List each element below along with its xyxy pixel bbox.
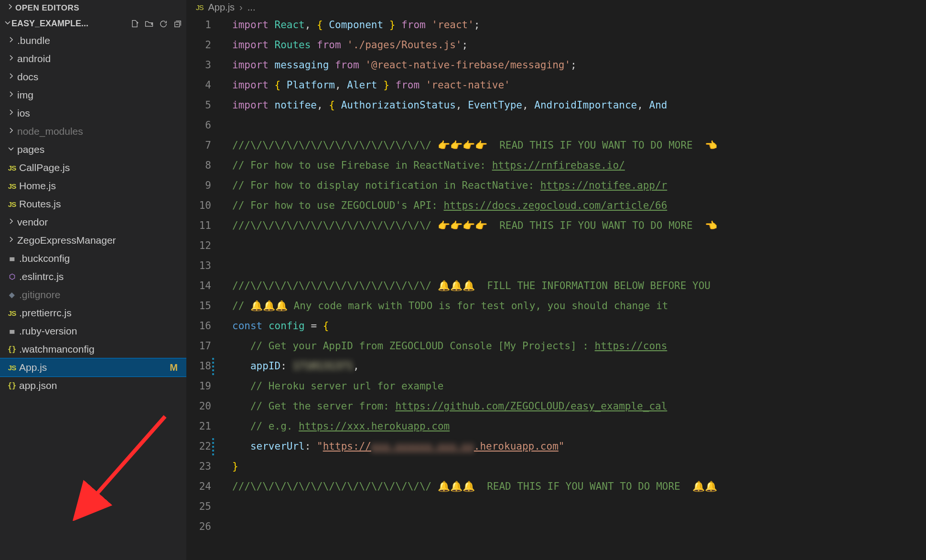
js-file-icon: JS <box>196 3 204 11</box>
line-number: 22 <box>186 436 211 456</box>
tree-item-label: img <box>17 89 33 101</box>
chevron-right-icon <box>5 217 17 227</box>
file-tree[interactable]: .bundleandroiddocsimgiosnode_modulespage… <box>0 32 186 560</box>
tree-item-label: .buckconfig <box>19 253 70 264</box>
line-number: 11 <box>186 215 211 236</box>
line-number: 23 <box>186 456 211 476</box>
line-number: 4 <box>186 75 211 95</box>
js-file-icon: JS <box>5 182 19 190</box>
tree-item-label: pages <box>17 144 44 155</box>
file-app.json[interactable]: {}app.json <box>0 377 186 395</box>
line-number: 8 <box>186 155 211 175</box>
tree-item-label: ios <box>17 108 30 119</box>
folder-android[interactable]: android <box>0 50 186 68</box>
json-file-icon: {} <box>5 345 19 354</box>
line-number: 16 <box>186 316 211 336</box>
line-number: 19 <box>186 376 211 396</box>
file-.buckconfig[interactable]: ≣.buckconfig <box>0 249 186 268</box>
js-file-icon: JS <box>5 309 19 317</box>
folder-docs[interactable]: docs <box>0 68 186 86</box>
line-number: 25 <box>186 496 211 517</box>
chevron-right-icon: › <box>239 2 243 13</box>
code-area[interactable]: 1234567891011121314151617181920212223242… <box>186 15 926 560</box>
sidebar: OPEN EDITORS EASY_EXAMPLE... .bundleandr… <box>0 0 186 560</box>
file-.prettierrc.js[interactable]: JS.prettierrc.js <box>0 304 186 322</box>
js-file-icon: JS <box>5 164 19 172</box>
line-number: 20 <box>186 396 211 416</box>
chevron-down-icon <box>4 19 11 29</box>
tree-item-label: Home.js <box>19 180 56 192</box>
refresh-icon[interactable] <box>159 19 168 29</box>
tree-item-label: .watchmanconfig <box>19 344 95 355</box>
line-number: 26 <box>186 517 211 537</box>
folder-img[interactable]: img <box>0 86 186 104</box>
open-editors-label: OPEN EDITORS <box>15 3 79 13</box>
folder-.bundle[interactable]: .bundle <box>0 32 186 50</box>
folder-zegoexpressmanager[interactable]: ZegoExpressManager <box>0 231 186 249</box>
eslint-config-icon: ⬡ <box>5 272 19 281</box>
tree-item-label: app.json <box>19 380 57 391</box>
file-home.js[interactable]: JSHome.js <box>0 177 186 195</box>
json-file-icon: {} <box>5 381 19 390</box>
tree-item-label: android <box>17 53 51 65</box>
chevron-right-icon <box>5 108 17 118</box>
folder-node_modules[interactable]: node_modules <box>0 122 186 140</box>
project-header[interactable]: EASY_EXAMPLE... <box>0 16 186 32</box>
chevron-right-icon <box>5 3 15 13</box>
collapse-all-icon[interactable] <box>173 19 183 29</box>
editor-pane: JS App.js › ... 123456789101112131415161… <box>186 0 926 560</box>
line-number: 18 <box>186 356 211 376</box>
folder-pages[interactable]: pages <box>0 140 186 159</box>
line-number: 6 <box>186 115 211 135</box>
new-folder-icon[interactable] <box>144 19 154 29</box>
file-.watchmanconfig[interactable]: {}.watchmanconfig <box>0 340 186 358</box>
breadcrumb[interactable]: JS App.js › ... <box>186 0 926 15</box>
file-callpage.js[interactable]: JSCallPage.js <box>0 159 186 177</box>
file-.eslintrc.js[interactable]: ⬡.eslintrc.js <box>0 268 186 286</box>
file-app.js[interactable]: JSApp.jsM <box>0 358 186 377</box>
line-number: 12 <box>186 236 211 256</box>
breadcrumb-file: App.js <box>208 2 235 13</box>
line-number: 2 <box>186 35 211 55</box>
line-number: 24 <box>186 476 211 496</box>
chevron-right-icon <box>5 36 17 46</box>
tree-item-label: .ruby-version <box>19 325 77 337</box>
code-content[interactable]: import React, { Component } from 'react'… <box>220 15 926 560</box>
new-file-icon[interactable] <box>130 19 140 29</box>
line-number: 15 <box>186 296 211 316</box>
chevron-right-icon <box>5 236 17 246</box>
chevron-right-icon <box>5 127 17 137</box>
tree-item-label: .eslintrc.js <box>19 271 64 282</box>
tree-item-label: App.js <box>19 362 47 373</box>
git-file-icon: ◆ <box>5 291 19 299</box>
folder-ios[interactable]: ios <box>0 104 186 122</box>
chevron-right-icon <box>5 72 17 82</box>
line-number: 17 <box>186 336 211 356</box>
folder-vendor[interactable]: vendor <box>0 213 186 231</box>
line-number: 13 <box>186 256 211 276</box>
line-number: 1 <box>186 15 211 35</box>
tree-item-label: vendor <box>17 216 48 228</box>
open-editors-header[interactable]: OPEN EDITORS <box>0 0 186 16</box>
tree-item-label: Routes.js <box>19 198 61 210</box>
line-number-gutter: 1234567891011121314151617181920212223242… <box>186 15 220 560</box>
breadcrumb-tail: ... <box>248 2 256 13</box>
file-.ruby-version[interactable]: ≣.ruby-version <box>0 322 186 340</box>
file-routes.js[interactable]: JSRoutes.js <box>0 195 186 213</box>
tree-item-label: node_modules <box>17 126 83 137</box>
line-number: 14 <box>186 276 211 296</box>
js-file-icon: JS <box>5 200 19 208</box>
project-name: EASY_EXAMPLE... <box>11 19 88 29</box>
file-.gitignore[interactable]: ◆.gitignore <box>0 286 186 304</box>
chevron-down-icon <box>5 145 17 155</box>
chevron-right-icon <box>5 90 17 100</box>
line-number: 7 <box>186 135 211 155</box>
tree-item-label: .gitignore <box>19 289 60 301</box>
tree-item-label: docs <box>17 71 38 83</box>
tree-item-label: ZegoExpressManager <box>17 235 116 246</box>
chevron-right-icon <box>5 54 17 64</box>
line-number: 3 <box>186 55 211 75</box>
line-number: 21 <box>186 416 211 436</box>
tree-item-label: .prettierrc.js <box>19 307 72 319</box>
text-file-icon: ≣ <box>5 254 19 263</box>
